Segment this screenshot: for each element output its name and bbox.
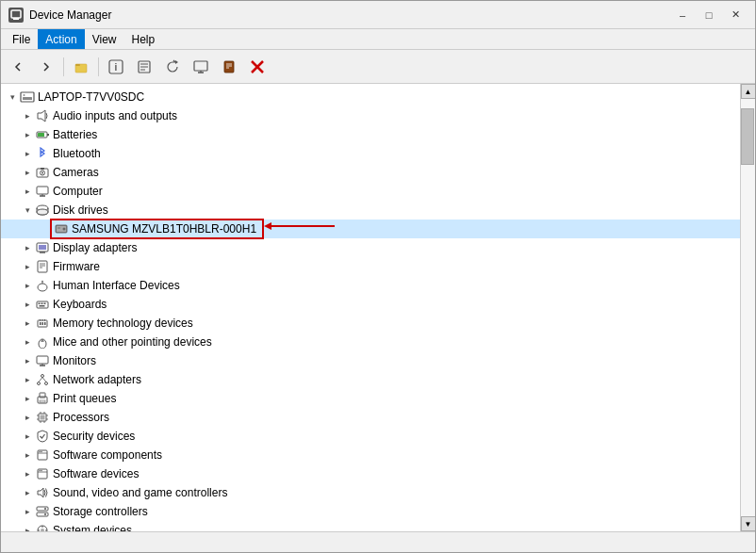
- tree-item-print[interactable]: ▸ Print queues: [1, 389, 740, 408]
- diskdrives-expand[interactable]: ▾: [20, 203, 35, 218]
- tree-item-softwarecomp[interactable]: ▸ Software components: [1, 446, 740, 464]
- bluetooth-expand[interactable]: ▸: [20, 146, 35, 161]
- svg-rect-24: [47, 134, 49, 136]
- toolbar-upfolder-button[interactable]: [68, 54, 94, 80]
- tree-item-diskdrives[interactable]: ▾ Disk drives: [1, 201, 740, 220]
- scroll-track[interactable]: [741, 99, 755, 516]
- tree-item-processors[interactable]: ▸ Processors: [1, 408, 740, 427]
- tree-item-batteries[interactable]: ▸ Batteries: [1, 125, 740, 144]
- softwarecomp-expand[interactable]: ▸: [20, 447, 35, 463]
- tree-item-audio[interactable]: ▸ Audio inputs and outputs: [1, 106, 740, 125]
- toolbar-refresh-button[interactable]: [159, 54, 186, 80]
- svg-point-96: [41, 470, 41, 471]
- network-expand[interactable]: ▸: [20, 372, 35, 387]
- hid-expand[interactable]: ▸: [20, 278, 35, 293]
- tree-item-samsung[interactable]: SAMSUNG MZVLB1T0HBLR-000H1: [1, 220, 740, 238]
- system-expand[interactable]: ▸: [20, 523, 35, 531]
- toolbar-properties-button[interactable]: [131, 54, 157, 80]
- root-icon: [20, 89, 35, 105]
- computer-icon: [35, 184, 50, 199]
- tree-item-hid[interactable]: ▸ Human Interface Devices: [1, 276, 740, 295]
- scroll-up-button[interactable]: ▲: [741, 84, 756, 99]
- print-label: Print queues: [53, 392, 116, 405]
- svg-point-28: [41, 172, 43, 174]
- minimize-button[interactable]: –: [670, 6, 695, 24]
- tree-item-cameras[interactable]: ▸ Cameras: [1, 163, 740, 182]
- network-icon: [35, 372, 50, 387]
- svg-point-51: [41, 281, 43, 283]
- vertical-scrollbar[interactable]: ▲ ▼: [740, 84, 755, 531]
- toolbar-back-button[interactable]: [5, 54, 31, 80]
- svg-rect-80: [41, 415, 45, 420]
- toolbar-info-button[interactable]: i: [103, 54, 129, 80]
- tree-item-memory[interactable]: ▸ Memory technology devices: [1, 314, 740, 333]
- tree-item-softwaredev[interactable]: ▸ Software devices: [1, 464, 740, 483]
- svg-point-91: [39, 451, 40, 452]
- svg-rect-0: [11, 10, 21, 18]
- toolbar-delete-button[interactable]: [244, 54, 271, 80]
- tree-item-storage[interactable]: ▸ Storage controllers: [1, 502, 740, 521]
- svg-rect-13: [224, 61, 234, 73]
- toolbar-monitor-button[interactable]: [188, 54, 214, 80]
- memory-expand[interactable]: ▸: [20, 316, 35, 331]
- batteries-expand[interactable]: ▸: [20, 127, 35, 142]
- toolbar-driver-button[interactable]: [216, 54, 242, 80]
- tree-item-system[interactable]: ▸ System devices: [1, 521, 740, 531]
- processors-expand[interactable]: ▸: [20, 410, 35, 425]
- tree-item-display[interactable]: ▸ Display adapters: [1, 238, 740, 257]
- audio-expand[interactable]: ▸: [20, 108, 35, 123]
- display-expand[interactable]: ▸: [20, 240, 35, 255]
- toolbar-forward-button[interactable]: [33, 54, 59, 80]
- tree-item-firmware[interactable]: ▸ Firmware: [1, 257, 740, 276]
- keyboards-label: Keyboards: [53, 298, 107, 311]
- diskdrives-label: Disk drives: [53, 203, 108, 217]
- samsung-label: SAMSUNG MZVLB1T0HBLR-000H1: [72, 222, 256, 236]
- maximize-button[interactable]: □: [697, 6, 721, 24]
- sound-label: Sound, video and game controllers: [53, 486, 227, 499]
- tree-item-keyboards[interactable]: ▸ Keyboards: [1, 295, 740, 314]
- status-bar: [1, 531, 755, 552]
- svg-point-100: [44, 508, 46, 510]
- tree-item-computer[interactable]: ▸ Computer: [1, 182, 740, 201]
- menu-file[interactable]: File: [5, 29, 38, 49]
- print-expand[interactable]: ▸: [20, 391, 35, 406]
- computer-expand[interactable]: ▸: [20, 184, 35, 199]
- svg-rect-3: [75, 64, 80, 66]
- toolbar-separator-1: [63, 57, 64, 76]
- keyboards-expand[interactable]: ▸: [20, 297, 35, 312]
- svg-point-21: [24, 94, 25, 96]
- storage-expand[interactable]: ▸: [20, 504, 35, 519]
- scroll-thumb[interactable]: [741, 108, 754, 165]
- svg-point-101: [44, 513, 46, 515]
- svg-rect-25: [38, 133, 44, 137]
- tree-item-network[interactable]: ▸ Network adapters: [1, 370, 740, 389]
- system-icon: [35, 523, 50, 531]
- security-expand[interactable]: ▸: [20, 429, 35, 444]
- mice-expand[interactable]: ▸: [20, 334, 35, 350]
- monitors-expand[interactable]: ▸: [20, 353, 35, 368]
- title-bar: Device Manager – □ ✕: [1, 1, 755, 29]
- menu-help[interactable]: Help: [124, 29, 163, 49]
- tree-item-monitors[interactable]: ▸ Monitors: [1, 351, 740, 370]
- storage-label: Storage controllers: [53, 505, 148, 518]
- toolbar-separator-2: [98, 57, 99, 76]
- firmware-label: Firmware: [53, 260, 100, 273]
- menu-view[interactable]: View: [85, 29, 124, 49]
- sound-expand[interactable]: ▸: [20, 485, 35, 500]
- svg-rect-43: [39, 245, 46, 250]
- root-expand[interactable]: ▾: [5, 89, 20, 105]
- close-button[interactable]: ✕: [723, 6, 748, 24]
- tree-item-bluetooth[interactable]: ▸ Bluetooth: [1, 144, 740, 163]
- menu-action[interactable]: Action: [38, 29, 84, 49]
- svg-marker-97: [38, 488, 43, 497]
- firmware-expand[interactable]: ▸: [20, 259, 35, 274]
- scroll-down-button[interactable]: ▼: [741, 516, 756, 531]
- cameras-expand[interactable]: ▸: [20, 165, 35, 180]
- svg-rect-61: [40, 319, 41, 321]
- tree-root[interactable]: ▾ LAPTOP-T7VV0SDC: [1, 88, 740, 106]
- softwaredev-expand[interactable]: ▸: [20, 466, 35, 481]
- menu-bar: File Action View Help: [1, 29, 755, 50]
- tree-item-mice[interactable]: ▸ Mice and other pointing devices: [1, 333, 740, 351]
- tree-item-security[interactable]: ▸ Security devices: [1, 427, 740, 446]
- tree-item-sound[interactable]: ▸ Sound, video and game controllers: [1, 483, 740, 502]
